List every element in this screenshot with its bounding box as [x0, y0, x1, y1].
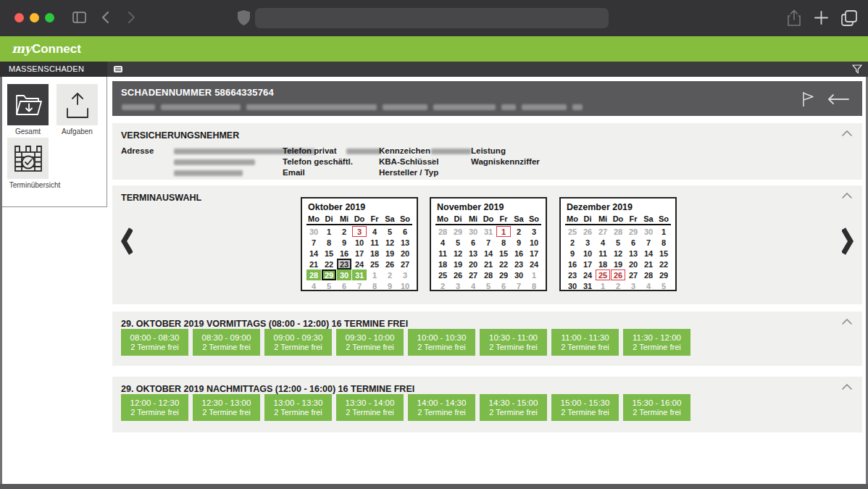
forward-icon[interactable] — [128, 11, 135, 24]
phone-private-label: Telefon privat — [283, 146, 337, 155]
close-window-button[interactable] — [14, 13, 24, 22]
calendar-day: 21 — [481, 259, 496, 269]
calendar-day: 12 — [451, 248, 465, 259]
timeslot-button[interactable]: 08:30 - 09:002 Termine frei — [193, 329, 260, 356]
calendar-day[interactable]: 30 — [337, 269, 351, 280]
sidebar-item-gesamt[interactable] — [7, 84, 49, 125]
calendar-day[interactable]: 29 — [322, 269, 336, 280]
calendar-day: 30 — [641, 226, 656, 237]
collapse-chevron-icon[interactable] — [842, 193, 852, 198]
calendar-day: 26 — [451, 269, 465, 280]
calendar-day: 28 — [641, 269, 656, 280]
sidebar-item-terminuebersicht[interactable] — [7, 138, 49, 179]
timeslot-button[interactable]: 11:30 - 12:002 Termine frei — [623, 329, 690, 356]
calendar-day[interactable]: 28 — [306, 269, 321, 280]
calendar-month-title: Oktober 2019 — [306, 202, 412, 212]
timeslot-free-count: 2 Termine frei — [561, 343, 609, 351]
timeslot-time: 15:30 - 16:00 — [633, 398, 682, 407]
brand-header: myConnect — [0, 36, 868, 62]
calendar-day: 11 — [435, 248, 450, 259]
calendar-day: 15 — [656, 248, 671, 259]
timeslot-button[interactable]: 13:00 - 13:302 Termine frei — [264, 394, 332, 421]
window-border-bottom — [0, 484, 868, 489]
weekday-label: Di — [451, 214, 465, 223]
share-icon[interactable] — [787, 9, 801, 27]
sidebar-icon[interactable] — [72, 12, 86, 23]
timeslot-button[interactable]: 15:30 - 16:002 Termine frei — [623, 394, 690, 421]
timeslot-free-count: 2 Termine frei — [202, 343, 250, 351]
timeslot-button[interactable]: 12:30 - 13:002 Termine frei — [193, 394, 260, 421]
timeslot-button[interactable]: 15:00 - 15:302 Termine frei — [551, 394, 619, 421]
minimize-window-button[interactable] — [30, 13, 39, 22]
calendar-day: 5 — [322, 280, 336, 291]
weekday-label: Mi — [596, 214, 610, 223]
back-icon[interactable] — [101, 11, 109, 24]
new-tab-icon[interactable] — [814, 11, 828, 25]
calendar-day: 30 — [565, 280, 580, 291]
sidebar: Gesamt Aufgaben — [2, 77, 107, 207]
address-label: Adresse — [121, 146, 154, 155]
previous-months-button[interactable] — [121, 227, 133, 255]
timeslot-free-count: 2 Termine frei — [130, 408, 178, 417]
calendar-day: 31 — [580, 280, 595, 291]
calendar-day: 16 — [512, 248, 526, 259]
timeslot-button[interactable]: 09:00 - 09:302 Termine frei — [264, 329, 332, 356]
filter-icon[interactable] — [852, 64, 862, 74]
tab-massenschaden[interactable]: MASSENSCHADEN — [0, 62, 107, 77]
logo-bold-part: Connect — [32, 42, 81, 56]
flag-icon[interactable] — [801, 91, 814, 107]
calendar-day: 24 — [580, 269, 595, 280]
calendar-weekday-row: MoDiMiDoFrSaSo — [565, 214, 671, 225]
menu-icon[interactable] — [114, 66, 122, 72]
timeslot-button[interactable]: 10:30 - 11:002 Termine frei — [480, 329, 547, 356]
timeslot-button[interactable]: 10:00 - 10:302 Termine frei — [408, 329, 475, 356]
calendar-day[interactable]: 31 — [352, 269, 367, 280]
shield-icon[interactable] — [238, 10, 250, 25]
collapse-chevron-icon[interactable] — [842, 384, 852, 390]
timeslot-button[interactable]: 14:30 - 15:002 Termine frei — [480, 394, 547, 421]
calendar-check-icon — [14, 145, 43, 172]
calendar-day: 20 — [626, 259, 640, 269]
calendar-day: 1 — [496, 226, 511, 237]
timeslot-button[interactable]: 12:00 - 12:302 Termine frei — [121, 394, 188, 421]
collapse-chevron-icon[interactable] — [842, 319, 852, 325]
timeslot-button[interactable]: 11:00 - 11:302 Termine frei — [551, 329, 619, 356]
calendar-day: 4 — [466, 280, 480, 291]
weekday-label: Fr — [367, 214, 382, 223]
tabs-icon[interactable] — [840, 9, 858, 27]
calendar-day: 13 — [466, 248, 480, 259]
calendar-day: 1 — [367, 269, 382, 280]
timeslot-button[interactable]: 13:30 - 14:002 Termine frei — [336, 394, 404, 421]
zoom-window-button[interactable] — [45, 13, 54, 22]
calendar-day: 2 — [435, 280, 450, 291]
risk-label: Wagniskennziffer — [471, 157, 540, 166]
calendar-day: 9 — [383, 280, 397, 291]
calendar-day: 24 — [352, 259, 367, 269]
app-logo: myConnect — [12, 41, 81, 57]
timeslot-button[interactable]: 14:00 - 14:302 Termine frei — [408, 394, 475, 421]
arrow-left-icon[interactable] — [827, 94, 849, 104]
address-bar[interactable] — [255, 8, 609, 28]
weekday-label: Do — [611, 214, 625, 223]
calendar-day: 6 — [466, 237, 480, 248]
afternoon-slots-panel: 29. OKTOBER 2019 NACHMITTAGS (12:00 - 16… — [112, 377, 862, 432]
logo-script-part: my — [12, 41, 31, 56]
timeslot-free-count: 2 Termine frei — [346, 408, 393, 417]
calendar-day: 25 — [596, 269, 610, 280]
weekday-label: Mo — [306, 214, 321, 223]
sidebar-item-aufgaben[interactable] — [57, 84, 98, 125]
collapse-chevron-icon[interactable] — [842, 130, 852, 136]
next-months-button[interactable] — [842, 227, 854, 255]
morning-slots-panel: 29. OKTOBER 2019 VORMITTAGS (08:00 - 12:… — [112, 312, 862, 366]
plate-label: Kennzeichen — [379, 146, 430, 155]
calendar-day: 7 — [352, 280, 367, 291]
timeslot-button[interactable]: 08:00 - 08:302 Termine frei — [121, 329, 188, 356]
calendar-day: 14 — [641, 248, 656, 259]
weekday-label: Do — [352, 214, 367, 223]
calendar-day: 7 — [512, 280, 526, 291]
calendar-day: 2 — [383, 269, 397, 280]
weekday-label: So — [398, 214, 412, 223]
timeslot-button[interactable]: 09:30 - 10:002 Termine frei — [336, 329, 404, 356]
timeslot-time: 13:00 - 13:30 — [274, 398, 323, 407]
calendar-day: 2 — [337, 226, 351, 237]
